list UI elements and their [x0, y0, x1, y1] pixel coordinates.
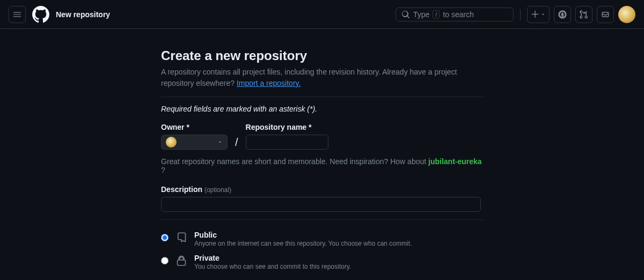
subhead: A repository contains all project files,…	[161, 67, 483, 89]
owner-avatar	[166, 137, 177, 148]
search-placeholder-prefix: Type	[413, 10, 429, 19]
github-logo[interactable]	[32, 6, 49, 23]
private-title: Private	[194, 254, 351, 262]
divider	[520, 9, 521, 20]
required-fields-note: Required fields are marked with an aster…	[161, 105, 483, 113]
repo-icon	[175, 231, 188, 244]
visibility-private-body: Private You choose who can see and commi…	[194, 254, 351, 270]
subhead-text: A repository contains all project files,…	[161, 68, 457, 87]
name-hint: Great repository names are short and mem…	[161, 157, 483, 174]
visibility-public-body: Public Anyone on the internet can see th…	[194, 231, 412, 247]
notifications-button[interactable]	[597, 6, 614, 23]
visibility-private-radio[interactable]	[161, 257, 169, 264]
description-input[interactable]	[161, 197, 481, 212]
repo-name-field: Repository name *	[246, 123, 328, 150]
owner-select-button[interactable]	[161, 135, 228, 150]
search-placeholder-suffix: to search	[443, 10, 474, 19]
slash-separator: /	[235, 136, 238, 150]
public-title: Public	[194, 231, 412, 239]
visibility-private-row: Private You choose who can see and commi…	[161, 250, 483, 274]
page-title: New repository	[56, 10, 110, 19]
import-repository-link[interactable]: Import a repository.	[237, 79, 301, 87]
page-heading: Create a new repository	[161, 48, 483, 63]
issues-button[interactable]	[554, 6, 571, 23]
search-kbd-hint: /	[433, 10, 440, 19]
chevron-down-icon	[217, 139, 223, 145]
main-content: Create a new repository A repository con…	[161, 48, 483, 280]
repo-name-label: Repository name *	[246, 123, 328, 131]
create-new-button[interactable]	[527, 6, 550, 23]
header-left: New repository	[9, 6, 110, 23]
hamburger-menu-button[interactable]	[9, 6, 26, 23]
owner-label: Owner *	[161, 123, 228, 131]
global-header: New repository Type / to search	[0, 0, 644, 29]
owner-field: Owner *	[161, 123, 228, 150]
lock-icon	[175, 254, 188, 267]
user-avatar[interactable]	[618, 6, 635, 23]
public-desc: Anyone on the internet can see this repo…	[194, 240, 412, 247]
svg-point-0	[561, 13, 564, 16]
private-desc: You choose who can see and commit to thi…	[194, 263, 351, 270]
visibility-public-radio[interactable]	[161, 234, 169, 241]
pull-requests-button[interactable]	[575, 6, 592, 23]
owner-repo-row: Owner * / Repository name *	[161, 123, 483, 150]
visibility-public-row: Public Anyone on the internet can see th…	[161, 227, 483, 250]
repo-name-input[interactable]	[246, 135, 328, 150]
search-input[interactable]: Type / to search	[396, 8, 514, 21]
divider	[161, 97, 483, 97]
description-field: Description (optional)	[161, 185, 483, 212]
description-label: Description (optional)	[161, 185, 483, 194]
divider	[161, 219, 483, 220]
suggestion-link[interactable]: jubilant-eureka	[428, 157, 482, 166]
header-right: Type / to search	[396, 6, 635, 23]
